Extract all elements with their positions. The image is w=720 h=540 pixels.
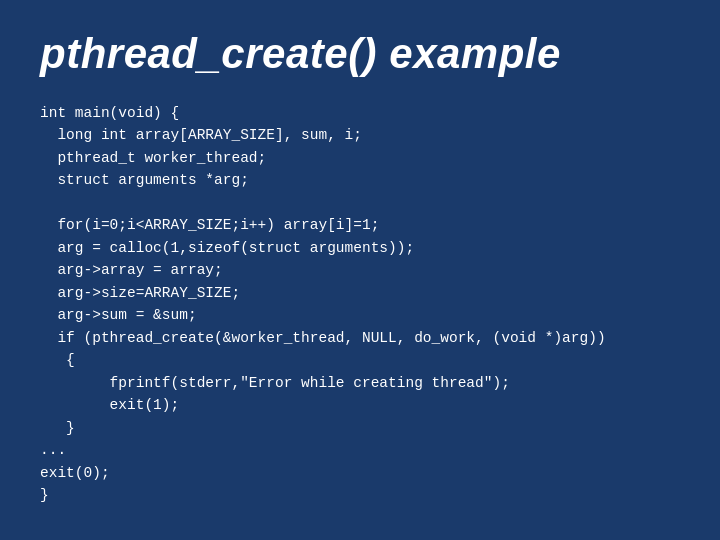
code-block: int main(void) { long int array[ARRAY_SI…	[40, 102, 680, 506]
code-line-1: int main(void) { long int array[ARRAY_SI…	[40, 105, 606, 503]
slide-title: pthread_create() example	[40, 30, 680, 78]
slide-container: pthread_create() example int main(void) …	[0, 0, 720, 540]
